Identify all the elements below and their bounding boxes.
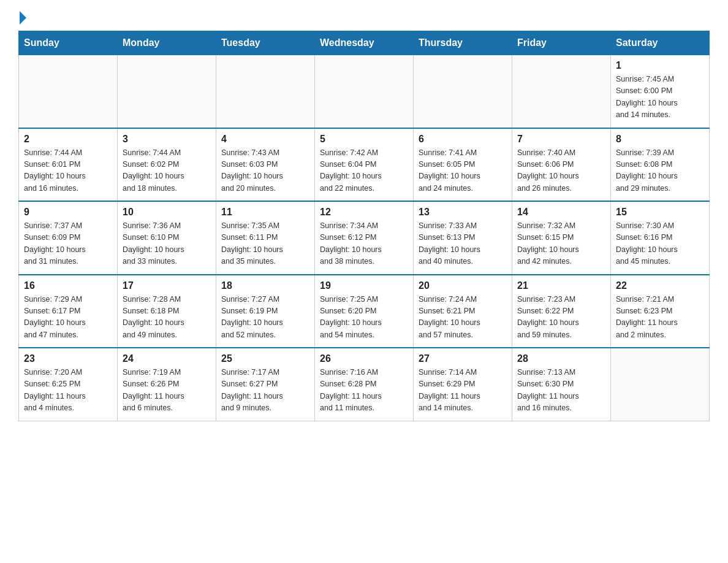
- calendar-day-cell: 21Sunrise: 7:23 AMSunset: 6:22 PMDayligh…: [512, 275, 611, 348]
- day-number: 16: [24, 280, 112, 291]
- logo: [18, 12, 26, 25]
- calendar-day-cell: [216, 55, 315, 128]
- calendar-day-cell: 16Sunrise: 7:29 AMSunset: 6:17 PMDayligh…: [19, 275, 118, 348]
- calendar-day-cell: [611, 348, 710, 421]
- day-info: Sunrise: 7:42 AMSunset: 6:04 PMDaylight:…: [320, 147, 408, 195]
- calendar-day-cell: 28Sunrise: 7:13 AMSunset: 6:30 PMDayligh…: [512, 348, 611, 421]
- calendar-day-cell: 24Sunrise: 7:19 AMSunset: 6:26 PMDayligh…: [118, 348, 216, 421]
- day-info: Sunrise: 7:24 AMSunset: 6:21 PMDaylight:…: [419, 294, 507, 342]
- column-header-thursday: Thursday: [414, 31, 512, 55]
- calendar-day-cell: 17Sunrise: 7:28 AMSunset: 6:18 PMDayligh…: [118, 275, 216, 348]
- calendar-day-cell: 27Sunrise: 7:14 AMSunset: 6:29 PMDayligh…: [414, 348, 512, 421]
- column-header-friday: Friday: [512, 31, 611, 55]
- day-number: 14: [517, 207, 605, 218]
- calendar-day-cell: 5Sunrise: 7:42 AMSunset: 6:04 PMDaylight…: [315, 128, 414, 202]
- day-number: 13: [419, 207, 507, 218]
- calendar-day-cell: [118, 55, 216, 128]
- calendar-day-cell: 8Sunrise: 7:39 AMSunset: 6:08 PMDaylight…: [611, 128, 710, 202]
- day-number: 25: [221, 353, 309, 364]
- column-header-sunday: Sunday: [19, 31, 118, 55]
- day-info: Sunrise: 7:41 AMSunset: 6:05 PMDaylight:…: [419, 147, 507, 195]
- calendar-week-row: 23Sunrise: 7:20 AMSunset: 6:25 PMDayligh…: [19, 348, 710, 421]
- day-info: Sunrise: 7:30 AMSunset: 6:16 PMDaylight:…: [616, 220, 704, 268]
- day-number: 1: [616, 60, 704, 71]
- day-number: 24: [123, 353, 211, 364]
- calendar-day-cell: [414, 55, 512, 128]
- day-info: Sunrise: 7:44 AMSunset: 6:02 PMDaylight:…: [123, 147, 211, 195]
- day-number: 3: [123, 134, 211, 145]
- day-number: 18: [221, 280, 309, 291]
- calendar-day-cell: 14Sunrise: 7:32 AMSunset: 6:15 PMDayligh…: [512, 201, 611, 275]
- day-number: 27: [419, 353, 507, 364]
- day-info: Sunrise: 7:35 AMSunset: 6:11 PMDaylight:…: [221, 220, 309, 268]
- day-info: Sunrise: 7:44 AMSunset: 6:01 PMDaylight:…: [24, 147, 112, 195]
- day-info: Sunrise: 7:37 AMSunset: 6:09 PMDaylight:…: [24, 220, 112, 268]
- day-number: 11: [221, 207, 309, 218]
- calendar-day-cell: 3Sunrise: 7:44 AMSunset: 6:02 PMDaylight…: [118, 128, 216, 202]
- calendar-day-cell: 23Sunrise: 7:20 AMSunset: 6:25 PMDayligh…: [19, 348, 118, 421]
- column-header-monday: Monday: [118, 31, 216, 55]
- day-info: Sunrise: 7:43 AMSunset: 6:03 PMDaylight:…: [221, 147, 309, 195]
- day-info: Sunrise: 7:14 AMSunset: 6:29 PMDaylight:…: [419, 367, 507, 415]
- day-number: 23: [24, 353, 112, 364]
- day-info: Sunrise: 7:21 AMSunset: 6:23 PMDaylight:…: [616, 294, 704, 342]
- day-info: Sunrise: 7:16 AMSunset: 6:28 PMDaylight:…: [320, 367, 408, 415]
- day-info: Sunrise: 7:20 AMSunset: 6:25 PMDaylight:…: [24, 367, 112, 415]
- calendar-week-row: 9Sunrise: 7:37 AMSunset: 6:09 PMDaylight…: [19, 201, 710, 275]
- day-info: Sunrise: 7:23 AMSunset: 6:22 PMDaylight:…: [517, 294, 605, 342]
- calendar-day-cell: 22Sunrise: 7:21 AMSunset: 6:23 PMDayligh…: [611, 275, 710, 348]
- day-number: 28: [517, 353, 605, 364]
- day-number: 17: [123, 280, 211, 291]
- day-info: Sunrise: 7:45 AMSunset: 6:00 PMDaylight:…: [616, 74, 704, 121]
- calendar-header-row: SundayMondayTuesdayWednesdayThursdayFrid…: [19, 31, 710, 55]
- calendar-day-cell: 26Sunrise: 7:16 AMSunset: 6:28 PMDayligh…: [315, 348, 414, 421]
- day-number: 19: [320, 280, 408, 291]
- day-info: Sunrise: 7:28 AMSunset: 6:18 PMDaylight:…: [123, 294, 211, 342]
- day-number: 2: [24, 134, 112, 145]
- calendar-day-cell: 6Sunrise: 7:41 AMSunset: 6:05 PMDaylight…: [414, 128, 512, 202]
- column-header-saturday: Saturday: [611, 31, 710, 55]
- calendar-day-cell: 19Sunrise: 7:25 AMSunset: 6:20 PMDayligh…: [315, 275, 414, 348]
- calendar-week-row: 16Sunrise: 7:29 AMSunset: 6:17 PMDayligh…: [19, 275, 710, 348]
- calendar-day-cell: [512, 55, 611, 128]
- day-info: Sunrise: 7:34 AMSunset: 6:12 PMDaylight:…: [320, 220, 408, 268]
- day-number: 15: [616, 207, 704, 218]
- calendar-day-cell: [315, 55, 414, 128]
- calendar-week-row: 2Sunrise: 7:44 AMSunset: 6:01 PMDaylight…: [19, 128, 710, 202]
- calendar-day-cell: 15Sunrise: 7:30 AMSunset: 6:16 PMDayligh…: [611, 201, 710, 275]
- day-info: Sunrise: 7:27 AMSunset: 6:19 PMDaylight:…: [221, 294, 309, 342]
- day-info: Sunrise: 7:25 AMSunset: 6:20 PMDaylight:…: [320, 294, 408, 342]
- day-number: 22: [616, 280, 704, 291]
- calendar-day-cell: 4Sunrise: 7:43 AMSunset: 6:03 PMDaylight…: [216, 128, 315, 202]
- calendar-day-cell: 20Sunrise: 7:24 AMSunset: 6:21 PMDayligh…: [414, 275, 512, 348]
- day-number: 8: [616, 134, 704, 145]
- day-number: 5: [320, 134, 408, 145]
- day-info: Sunrise: 7:36 AMSunset: 6:10 PMDaylight:…: [123, 220, 211, 268]
- column-header-tuesday: Tuesday: [216, 31, 315, 55]
- day-number: 7: [517, 134, 605, 145]
- day-info: Sunrise: 7:29 AMSunset: 6:17 PMDaylight:…: [24, 294, 112, 342]
- calendar-day-cell: 18Sunrise: 7:27 AMSunset: 6:19 PMDayligh…: [216, 275, 315, 348]
- day-number: 10: [123, 207, 211, 218]
- page-header: [18, 12, 710, 25]
- day-number: 4: [221, 134, 309, 145]
- day-number: 21: [517, 280, 605, 291]
- day-number: 9: [24, 207, 112, 218]
- calendar-table: SundayMondayTuesdayWednesdayThursdayFrid…: [18, 31, 710, 421]
- calendar-day-cell: 13Sunrise: 7:33 AMSunset: 6:13 PMDayligh…: [414, 201, 512, 275]
- day-number: 12: [320, 207, 408, 218]
- day-number: 26: [320, 353, 408, 364]
- calendar-day-cell: 11Sunrise: 7:35 AMSunset: 6:11 PMDayligh…: [216, 201, 315, 275]
- calendar-day-cell: 9Sunrise: 7:37 AMSunset: 6:09 PMDaylight…: [19, 201, 118, 275]
- day-info: Sunrise: 7:32 AMSunset: 6:15 PMDaylight:…: [517, 220, 605, 268]
- calendar-day-cell: 10Sunrise: 7:36 AMSunset: 6:10 PMDayligh…: [118, 201, 216, 275]
- calendar-week-row: 1Sunrise: 7:45 AMSunset: 6:00 PMDaylight…: [19, 55, 710, 128]
- day-info: Sunrise: 7:17 AMSunset: 6:27 PMDaylight:…: [221, 367, 309, 415]
- day-info: Sunrise: 7:19 AMSunset: 6:26 PMDaylight:…: [123, 367, 211, 415]
- calendar-day-cell: 2Sunrise: 7:44 AMSunset: 6:01 PMDaylight…: [19, 128, 118, 202]
- calendar-day-cell: 25Sunrise: 7:17 AMSunset: 6:27 PMDayligh…: [216, 348, 315, 421]
- calendar-day-cell: [19, 55, 118, 128]
- calendar-day-cell: 1Sunrise: 7:45 AMSunset: 6:00 PMDaylight…: [611, 55, 710, 128]
- day-info: Sunrise: 7:13 AMSunset: 6:30 PMDaylight:…: [517, 367, 605, 415]
- day-info: Sunrise: 7:33 AMSunset: 6:13 PMDaylight:…: [419, 220, 507, 268]
